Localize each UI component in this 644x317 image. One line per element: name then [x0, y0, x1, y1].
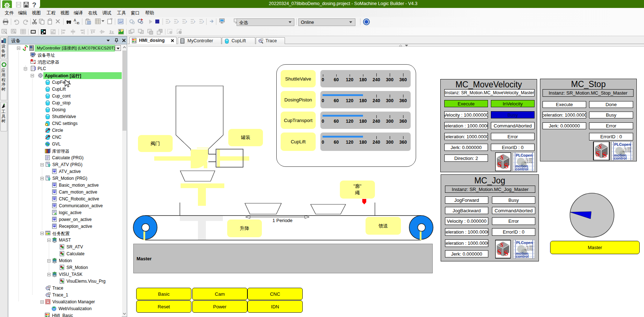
svg-text:G: G — [48, 135, 50, 138]
svg-text:TB 01.4726: TB 01.4726 — [623, 151, 631, 153]
svg-text:S: S — [596, 149, 600, 158]
svg-text:?: ? — [32, 1, 36, 8]
svg-text:G: G — [48, 128, 50, 131]
svg-text:control: control — [614, 156, 627, 160]
svg-text:TB 01.4726: TB 01.4726 — [524, 162, 533, 164]
svg-text:S: S — [497, 248, 501, 256]
svg-text:PLCopen: PLCopen — [614, 142, 631, 147]
svg-text:TB 01.4726: TB 01.4726 — [524, 249, 533, 251]
svg-text:control: control — [515, 167, 528, 171]
svg-text:A: A — [74, 18, 76, 22]
svg-text:A: A — [54, 212, 57, 216]
svg-text:S: S — [497, 160, 502, 169]
svg-text:control: control — [516, 254, 529, 259]
svg-text:PLCopen: PLCopen — [516, 153, 532, 157]
svg-text:B: B — [77, 21, 79, 25]
svg-text:PLCopen: PLCopen — [516, 240, 533, 245]
